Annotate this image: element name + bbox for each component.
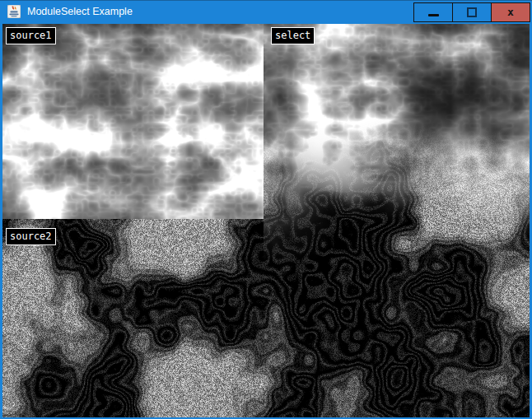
select-label: select	[271, 27, 315, 44]
noise-render-canvas	[2, 24, 530, 417]
window-controls: x	[413, 2, 530, 22]
minimize-button[interactable]	[413, 2, 453, 22]
titlebar[interactable]: ModuleSelect Example x	[0, 1, 532, 24]
minimize-icon	[428, 14, 439, 16]
close-button[interactable]: x	[491, 2, 530, 22]
java-coffee-cup-icon	[7, 5, 21, 18]
maximize-icon	[467, 7, 477, 17]
maximize-button[interactable]	[452, 2, 492, 22]
app-window: ModuleSelect Example x source1 select so…	[0, 0, 532, 419]
close-icon: x	[507, 6, 514, 18]
source1-label: source1	[6, 27, 56, 44]
render-area: source1 select source2	[2, 24, 530, 417]
source2-label: source2	[6, 228, 56, 245]
window-title: ModuleSelect Example	[27, 1, 133, 23]
